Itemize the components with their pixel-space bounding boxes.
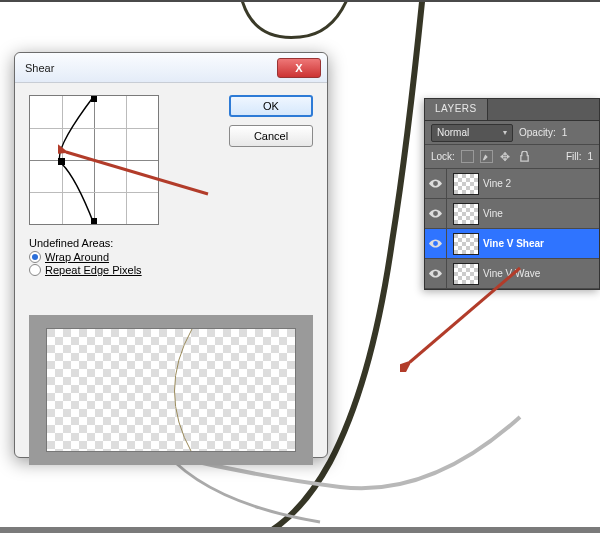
svg-rect-0 bbox=[91, 96, 97, 102]
shear-grid[interactable] bbox=[29, 95, 159, 225]
lock-label: Lock: bbox=[431, 151, 455, 162]
layer-name: Vine V Wave bbox=[483, 268, 540, 279]
lock-transparency-icon[interactable] bbox=[461, 150, 474, 163]
visibility-toggle[interactable] bbox=[425, 229, 447, 258]
layer-row[interactable]: Vine bbox=[425, 199, 599, 229]
svg-rect-2 bbox=[91, 218, 97, 224]
layer-list: Vine 2 Vine Vine V Shear Vine V Wave bbox=[425, 169, 599, 289]
shear-dialog: Shear X OK Cancel bbox=[14, 52, 328, 458]
wrap-around-option[interactable]: Wrap Around bbox=[29, 251, 313, 263]
close-icon: X bbox=[295, 62, 302, 74]
layer-thumbnail bbox=[453, 263, 479, 285]
layer-name: Vine V Shear bbox=[483, 238, 544, 249]
fill-label: Fill: bbox=[566, 151, 582, 162]
shear-preview bbox=[29, 315, 313, 465]
radio-icon bbox=[29, 264, 41, 276]
fill-value[interactable]: 1 bbox=[587, 151, 593, 162]
undefined-areas-label: Undefined Areas: bbox=[29, 237, 313, 249]
cancel-button[interactable]: Cancel bbox=[229, 125, 313, 147]
layer-thumbnail bbox=[453, 173, 479, 195]
ok-button[interactable]: OK bbox=[229, 95, 313, 117]
repeat-edge-option[interactable]: Repeat Edge Pixels bbox=[29, 264, 313, 276]
layer-row[interactable]: Vine V Shear bbox=[425, 229, 599, 259]
layer-row[interactable]: Vine V Wave bbox=[425, 259, 599, 289]
preview-checker bbox=[46, 328, 296, 452]
blend-mode-select[interactable]: Normal ▾ bbox=[431, 124, 513, 142]
lock-all-icon[interactable] bbox=[518, 150, 531, 163]
radio-icon bbox=[29, 251, 41, 263]
layers-panel: LAYERS Normal ▾ Opacity: 1 Lock: ✥ Fill:… bbox=[424, 98, 600, 290]
lock-position-icon[interactable]: ✥ bbox=[499, 150, 512, 163]
dialog-title: Shear bbox=[15, 62, 54, 74]
visibility-toggle[interactable] bbox=[425, 199, 447, 228]
dialog-title-bar[interactable]: Shear X bbox=[15, 53, 327, 83]
layer-thumbnail bbox=[453, 233, 479, 255]
opacity-label: Opacity: bbox=[519, 127, 556, 138]
svg-rect-1 bbox=[58, 158, 65, 165]
layer-row[interactable]: Vine 2 bbox=[425, 169, 599, 199]
layer-thumbnail bbox=[453, 203, 479, 225]
chevron-down-icon: ▾ bbox=[503, 128, 507, 137]
visibility-toggle[interactable] bbox=[425, 259, 447, 288]
layer-name: Vine 2 bbox=[483, 178, 511, 189]
lock-paint-icon[interactable] bbox=[480, 150, 493, 163]
visibility-toggle[interactable] bbox=[425, 169, 447, 198]
layers-tab[interactable]: LAYERS bbox=[425, 99, 488, 120]
dialog-close-button[interactable]: X bbox=[277, 58, 321, 78]
layer-name: Vine bbox=[483, 208, 503, 219]
opacity-value[interactable]: 1 bbox=[562, 127, 568, 138]
